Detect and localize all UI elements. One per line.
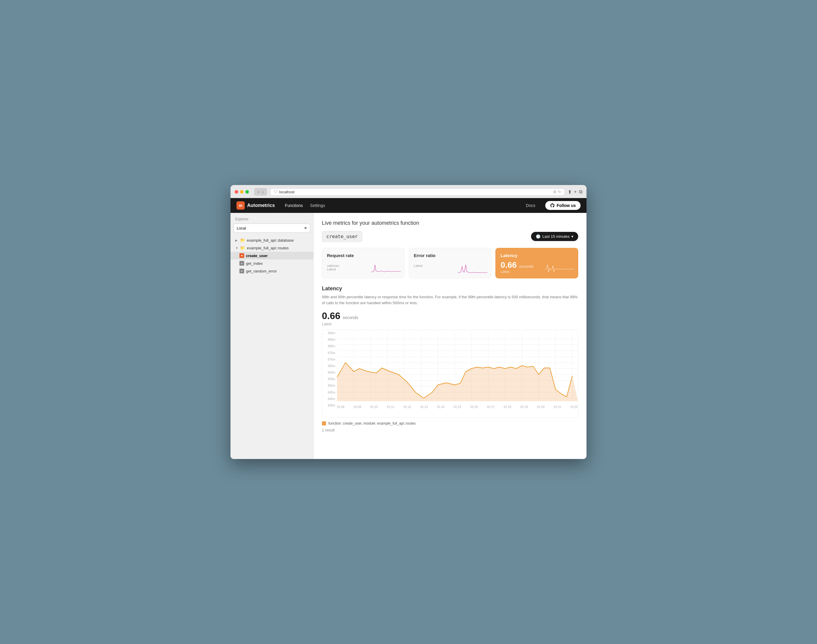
latency-section-desc: 99th and 95th percentile latency or resp…: [322, 294, 578, 306]
sidebar-item-database[interactable]: ▶ 📁 example_full_api::database: [230, 236, 313, 244]
chevron-right-icon: ▶: [235, 239, 238, 242]
latency-card-title: Latency: [501, 253, 573, 258]
tree-label-database: example_full_api::database: [247, 238, 294, 242]
follow-label: Follow us: [556, 203, 576, 208]
folder-icon-routes: 📁: [240, 245, 245, 250]
x-label-10: 01:18: [504, 405, 511, 409]
logo-icon: m: [236, 201, 245, 210]
x-label-7: 01:15: [454, 405, 461, 409]
tree-label-create-user: create_user: [246, 253, 267, 258]
sidebar: Explorer Local Production Staging ▶ 📁 ex…: [230, 213, 313, 459]
y-label-7: 655m: [322, 377, 335, 381]
chart-y-labels: 690m 685m 680m 675m 670m 665m 660m 655m …: [322, 330, 336, 409]
file-icon-get-random-error: ≡: [240, 268, 244, 273]
folder-icon: 📁: [240, 238, 245, 242]
page-title: Live metrics for your autometrics functi…: [322, 220, 578, 226]
y-label-9: 645m: [322, 391, 335, 394]
latency-value: 0.66: [322, 310, 340, 321]
tree-label-get-random-error: get_random_error: [246, 269, 277, 273]
sidebar-item-get-index[interactable]: ≡ get_index: [230, 259, 313, 267]
chart-legend: function: create_user, module: example_f…: [322, 421, 578, 425]
sidebar-item-get-random-error[interactable]: ≡ get_random_error: [230, 267, 313, 275]
close-button[interactable]: [235, 190, 238, 194]
refresh-icon[interactable]: ↻: [558, 190, 561, 194]
legend-text: function: create_user, module: example_f…: [329, 421, 416, 425]
chevron-down-icon: ▼: [235, 246, 238, 250]
url-text: localhost: [279, 190, 294, 194]
x-label-2: 01:10: [370, 405, 378, 409]
file-icon-get-index: ≡: [240, 261, 244, 266]
app-navbar: m Autometrics Functions Settings Docs Fo…: [230, 198, 587, 213]
x-label-13: 01:21: [554, 405, 561, 409]
request-rate-chart: [371, 260, 401, 275]
x-label-9: 01:17: [487, 405, 494, 409]
y-label-10: 640m: [322, 397, 335, 400]
time-selector-label: Last 15 minutes: [542, 234, 570, 239]
y-label-0: 690m: [322, 331, 335, 335]
y-label-3: 675m: [322, 351, 335, 355]
x-label-4: 01:12: [404, 405, 411, 409]
follow-button[interactable]: Follow us: [545, 201, 580, 210]
y-label-1: 685m: [322, 338, 335, 341]
tab-overview-button[interactable]: ⧉: [579, 189, 582, 195]
environment-select[interactable]: Local Production Staging: [233, 224, 310, 233]
latency-card-chart: [545, 260, 574, 275]
legend-swatch: [322, 421, 326, 425]
y-label-5: 665m: [322, 364, 335, 368]
latency-section: Latency 99th and 95th percentile latency…: [322, 285, 578, 432]
main-content: Live metrics for your autometrics functi…: [313, 213, 587, 459]
app-container: m Autometrics Functions Settings Docs Fo…: [230, 198, 587, 459]
latency-card-value: 0.66: [501, 260, 517, 270]
new-tab-button[interactable]: +: [574, 189, 577, 195]
x-label-0: 01:08: [337, 405, 344, 409]
clock-icon: 🕐: [536, 234, 541, 239]
x-label-1: 01:09: [353, 405, 361, 409]
nav-settings[interactable]: Settings: [307, 201, 328, 210]
x-label-14: 01:22: [570, 405, 578, 409]
nav-links: Functions Settings: [282, 201, 328, 210]
sidebar-item-create-user[interactable]: ✦ create_user: [230, 252, 313, 259]
traffic-lights: [235, 190, 249, 194]
y-label-2: 680m: [322, 345, 335, 348]
latency-chart-svg: [337, 333, 578, 404]
chevron-down-icon: ▾: [571, 234, 573, 239]
x-label-11: 01:19: [521, 405, 528, 409]
address-bar[interactable]: 🛡 localhost ⊞ ↻: [270, 188, 565, 196]
request-rate-card: Request rate calls/sec Latest: [322, 248, 405, 278]
result-count: 1 result: [322, 428, 578, 432]
y-label-6: 660m: [322, 371, 335, 374]
app-title: Autometrics: [247, 203, 275, 208]
docs-button[interactable]: Docs: [523, 201, 538, 210]
forward-button[interactable]: ›: [261, 189, 265, 195]
sidebar-item-routes[interactable]: ▼ 📁 example_full_api::routes: [230, 244, 313, 252]
tree-label-get-index: get_index: [246, 261, 263, 266]
minimize-button[interactable]: [240, 190, 244, 194]
x-label-8: 01:16: [470, 405, 478, 409]
back-button[interactable]: ‹: [256, 189, 261, 195]
share-button[interactable]: ⬆: [568, 189, 572, 195]
x-label-5: 01:13: [420, 405, 428, 409]
translate-icon: ⊞: [553, 190, 556, 194]
window-ctrl: ‹ ›: [254, 188, 267, 196]
sidebar-label: Explorer: [230, 217, 313, 224]
maximize-button[interactable]: [245, 190, 249, 194]
app-logo: m Autometrics: [236, 201, 275, 210]
y-label-11: 835m: [322, 404, 335, 407]
app-body: Explorer Local Production Staging ▶ 📁 ex…: [230, 213, 587, 459]
x-label-12: 01:20: [537, 405, 544, 409]
y-label-4: 670m: [322, 358, 335, 361]
metric-cards: Request rate calls/sec Latest: [322, 248, 578, 278]
latency-latest-label: Latest: [322, 322, 578, 326]
function-header: create_user 🕐 Last 15 minutes ▾: [322, 231, 578, 242]
tree-label-routes: example_full_api::routes: [247, 246, 289, 250]
latency-card: Latency 0.66 seconds Latest: [495, 248, 578, 278]
nav-functions[interactable]: Functions: [282, 201, 306, 210]
error-ratio-chart: [458, 260, 487, 275]
function-name: create_user: [322, 231, 362, 242]
x-label-3: 01:11: [387, 405, 395, 409]
github-icon: [550, 203, 555, 208]
file-icon-create-user: ✦: [240, 253, 244, 258]
chart-x-labels: 01:08 01:09 01:10 01:11 01:12 01:13 01:1…: [337, 404, 578, 409]
time-selector-button[interactable]: 🕐 Last 15 minutes ▾: [531, 232, 578, 241]
browser-actions: ⬆ + ⧉: [568, 189, 582, 195]
